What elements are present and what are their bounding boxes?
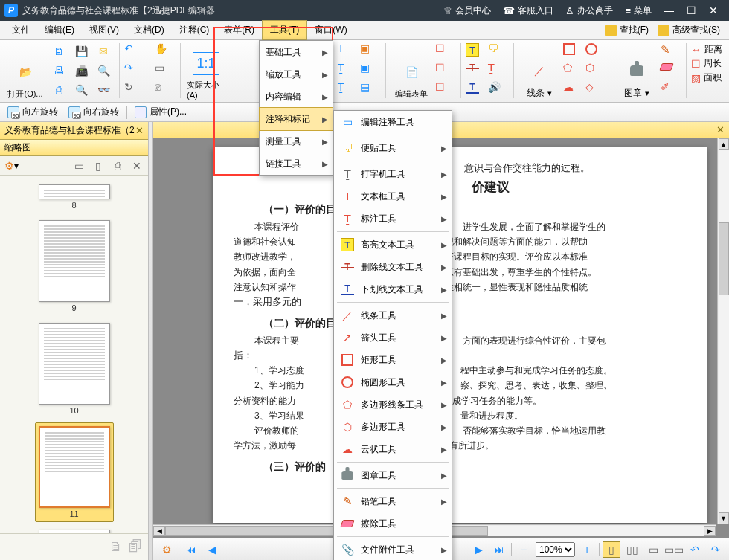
menu-edit[interactable]: 编辑(E): [37, 21, 82, 39]
annot-rect[interactable]: 矩形工具▶: [334, 349, 452, 371]
tools-content-edit[interactable]: 内容编辑▶: [260, 86, 333, 108]
mail-icon[interactable]: ✉: [94, 43, 113, 59]
rect-shape-icon[interactable]: [563, 43, 584, 61]
footer-copy-icon[interactable]: 🗐: [129, 539, 142, 555]
scroll-right-icon[interactable]: ▶: [704, 526, 716, 536]
annot-oval[interactable]: 椭圆形工具▶: [334, 371, 452, 393]
snapshot-tool-icon[interactable]: ⎚: [155, 82, 176, 100]
print-thumb-icon[interactable]: ⎙: [111, 159, 124, 173]
underline-icon[interactable]: T: [466, 82, 486, 100]
zoom-out-icon[interactable]: −: [515, 541, 533, 558]
search-icon[interactable]: 🔍: [94, 62, 113, 79]
rotate-view-ccw-icon[interactable]: ↶: [686, 541, 704, 558]
menu-comment[interactable]: 注释(C): [172, 21, 217, 39]
annot-line[interactable]: ／线条工具▶: [334, 304, 452, 326]
image2-icon[interactable]: ▣: [360, 62, 381, 80]
annot-edit[interactable]: ▭编辑注释工具: [334, 111, 452, 133]
new-from-scanner-icon[interactable]: 🗎: [49, 43, 68, 59]
next-page-icon[interactable]: ▶: [469, 541, 487, 558]
close-tab-icon[interactable]: ✕: [135, 125, 144, 136]
stamp-button[interactable]: 图章 ▾: [616, 43, 658, 101]
tools-link[interactable]: 链接工具▶: [260, 152, 333, 175]
zoom-thumb-in-icon[interactable]: ▯: [91, 159, 105, 173]
redo2-icon[interactable]: ↻: [124, 82, 145, 100]
zoom-thumb-out-icon[interactable]: ▭: [72, 159, 86, 173]
actual-size-button[interactable]: 1:1 实际大小(A): [185, 43, 227, 101]
thumbnail-page-next[interactable]: [36, 527, 113, 533]
note-icon[interactable]: 🗨: [488, 43, 509, 61]
menu-form[interactable]: 表单(R): [216, 21, 262, 39]
vscroll-thumb[interactable]: [719, 222, 729, 295]
scan-icon[interactable]: 📠: [71, 62, 91, 79]
close-doc-tab-icon[interactable]: ✕: [716, 124, 725, 135]
minimize-button[interactable]: —: [658, 4, 680, 16]
document-tab-sidebar[interactable]: 义务教育品德与社会课程标准（2 ✕: [0, 122, 148, 140]
zoom-select[interactable]: 100%: [536, 542, 575, 557]
annot-attachment[interactable]: 📎文件附件工具▶: [334, 538, 452, 560]
annot-strike[interactable]: T删除线文本工具▶: [334, 256, 452, 278]
tools-zoom[interactable]: 缩放工具▶: [260, 63, 333, 86]
tools-measure[interactable]: 测量工具▶: [260, 130, 333, 152]
misc-shape-icon[interactable]: ◇: [585, 82, 606, 100]
polyline-shape-icon[interactable]: ⬡: [585, 62, 606, 80]
thumbnail-page-9[interactable]: 9: [36, 217, 113, 315]
annot-highlight[interactable]: T高亮文本工具▶: [334, 234, 452, 256]
form-field2-icon[interactable]: ☐: [435, 62, 456, 80]
annot-typewriter[interactable]: Ṯ打字机工具▶: [334, 163, 452, 185]
thumbnail-page-8[interactable]: 8: [36, 181, 113, 213]
pencil-icon[interactable]: ✎: [661, 43, 681, 61]
two-continuous-view-icon[interactable]: ▭▭: [665, 541, 683, 558]
menu-tools[interactable]: 工具(T): [262, 20, 307, 40]
screenshot-icon[interactable]: ⎙: [49, 82, 68, 98]
thumbnail-page-11[interactable]: 11: [35, 422, 114, 522]
perimeter-tool[interactable]: ☐周长: [691, 57, 722, 70]
annot-eraser[interactable]: 擦除工具: [334, 512, 452, 535]
vertical-scrollbar[interactable]: ▲ ▼: [717, 138, 729, 524]
continuous-view-icon[interactable]: ▯▯: [623, 541, 641, 558]
annot-underline[interactable]: T下划线文本工具▶: [334, 278, 452, 300]
close-panel-icon[interactable]: ✕: [130, 159, 144, 173]
scroll-down-icon[interactable]: ▼: [719, 512, 729, 524]
tools-annotate[interactable]: 注释和标记▶: [260, 108, 333, 130]
distance-tool[interactable]: ↔距离: [691, 43, 722, 56]
tools-basic[interactable]: 基础工具▶: [260, 41, 333, 63]
annot-stamp[interactable]: 图章工具▶: [334, 464, 452, 486]
textedit2-icon[interactable]: Ṯ: [338, 62, 359, 80]
prev-page-icon[interactable]: ◀: [203, 541, 221, 558]
menu-document[interactable]: 文档(D): [126, 21, 172, 39]
edit-form-button[interactable]: 📄 编辑表单: [391, 43, 432, 101]
binoculars-icon[interactable]: 👓: [94, 82, 113, 98]
textbox-icon[interactable]: Ṯ: [488, 62, 509, 80]
print-icon[interactable]: 🖶: [49, 62, 68, 79]
advanced-find-button[interactable]: 高级查找(S): [653, 22, 725, 38]
brush-icon[interactable]: ✐: [661, 82, 681, 100]
redo-icon[interactable]: ↷: [124, 62, 145, 80]
lines-button[interactable]: ／ 线条 ▾: [518, 43, 560, 101]
office-expert-link[interactable]: ♙办公高手: [565, 4, 613, 17]
find-button[interactable]: 查找(F): [600, 22, 653, 38]
properties-button[interactable]: 属性(P)...: [132, 104, 190, 120]
member-center-link[interactable]: ♕会员中心: [443, 4, 491, 17]
annot-sticky[interactable]: 🗨便贴工具▶: [334, 137, 452, 159]
oval-shape-icon[interactable]: [585, 43, 606, 61]
thumbnails-list[interactable]: 8 9 10 11: [0, 176, 148, 533]
sound-icon[interactable]: 🔊: [488, 82, 509, 100]
form-field3-icon[interactable]: ☐: [435, 82, 456, 100]
cloud-shape-icon[interactable]: ☁: [563, 82, 584, 100]
scroll-left-icon[interactable]: ◀: [153, 526, 165, 536]
area-tool[interactable]: ▨面积: [691, 71, 722, 84]
annot-pencil[interactable]: ✎铅笔工具▶: [334, 490, 452, 512]
select-tool-icon[interactable]: ▭: [155, 62, 176, 80]
annot-polyline[interactable]: ⬠多边形线条工具▶: [334, 393, 452, 416]
rotate-left-button[interactable]: 90向左旋转: [4, 104, 61, 120]
shade-icon[interactable]: ▤: [360, 82, 381, 100]
single-page-view-icon[interactable]: ▯: [603, 541, 620, 558]
image-icon[interactable]: ▣: [360, 43, 381, 61]
last-page-icon[interactable]: ⏭: [490, 541, 508, 558]
footer-page-icon[interactable]: 🗎: [109, 539, 123, 555]
open-button[interactable]: 📂 打开(O)...: [4, 43, 46, 101]
zoom-in-icon[interactable]: +: [578, 541, 596, 558]
hand-tool-icon[interactable]: ✋: [155, 43, 176, 61]
first-page-icon[interactable]: ⏮: [182, 541, 200, 558]
options-gear-icon[interactable]: ⚙▾: [4, 159, 18, 173]
